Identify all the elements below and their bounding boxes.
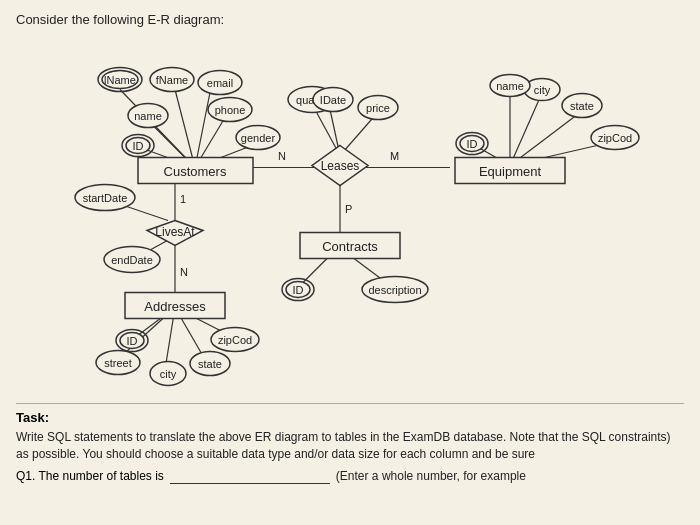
task-section: Task: Write SQL statements to translate … <box>16 403 684 484</box>
leases-label: Leases <box>321 159 360 173</box>
q1-row: Q1. The number of tables is (Enter a who… <box>16 469 684 484</box>
page: Consider the following E-R diagram: N M <box>0 0 700 525</box>
addresses-label: Addresses <box>144 299 206 314</box>
attr-equipment-name: name <box>496 80 524 92</box>
q1-label: Q1. The number of tables is <box>16 469 164 483</box>
svg-line-13 <box>300 256 330 286</box>
q1-input[interactable] <box>170 469 330 484</box>
cardinality-n-leases: N <box>278 150 286 162</box>
q1-hint: (Enter a whole number, for example <box>336 469 526 483</box>
attr-phone: phone <box>215 104 246 116</box>
task-text: Write SQL statements to translate the ab… <box>16 429 684 463</box>
equipment-label: Equipment <box>479 164 542 179</box>
attr-lname: lName <box>104 74 136 86</box>
attr-idate: IDate <box>320 94 346 106</box>
er-diagram: N M P 1 <box>20 35 680 395</box>
attr-enddate: endDate <box>111 254 153 266</box>
attr-addresses-id: ID <box>127 335 138 347</box>
cardinality-m: M <box>390 150 399 162</box>
customers-label: Customers <box>164 164 227 179</box>
svg-line-2 <box>195 93 210 168</box>
attr-contracts-id: ID <box>293 284 304 296</box>
cardinality-p: P <box>345 203 352 215</box>
intro-text: Consider the following E-R diagram: <box>16 12 684 27</box>
attr-addresses-city: city <box>160 368 177 380</box>
attr-street: street <box>104 357 132 369</box>
attr-customers-name: name <box>134 110 162 122</box>
attr-equipment-id: ID <box>467 138 478 150</box>
svg-line-15 <box>510 98 540 166</box>
cardinality-n-livesat: N <box>180 266 188 278</box>
contracts-label: Contracts <box>322 239 378 254</box>
attr-startdate: startDate <box>83 192 128 204</box>
attr-fname: fName <box>156 74 188 86</box>
attr-addresses-state: state <box>198 358 222 370</box>
attr-price: price <box>366 102 390 114</box>
attr-gender: gender <box>241 132 276 144</box>
livesat-label: LivesAt <box>155 225 195 239</box>
cardinality-1-livesat: 1 <box>180 193 186 205</box>
svg-line-1 <box>175 90 195 168</box>
attr-equipment-city: city <box>534 84 551 96</box>
attr-email: email <box>207 77 233 89</box>
attr-equipment-zipcod: zipCod <box>598 132 632 144</box>
attr-description: description <box>368 284 421 296</box>
attr-customers-id: ID <box>133 140 144 152</box>
attr-equipment-state: state <box>570 100 594 112</box>
attr-addresses-zipcod: zipCod <box>218 334 252 346</box>
task-title: Task: <box>16 410 684 425</box>
